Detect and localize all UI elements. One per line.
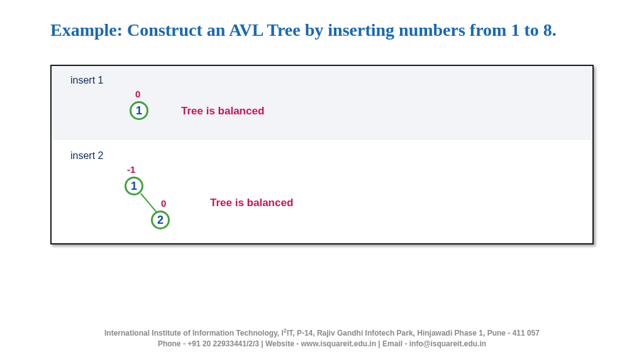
step-insert-2: insert 2 -1 1 0 2 Tree is balanced (52, 140, 592, 243)
footer-text: International Institute of Information T… (104, 329, 284, 337)
status-text: Tree is balanced (210, 197, 293, 209)
footer-line-2: Phone - +91 20 22933441/2/3 | Website - … (0, 339, 644, 349)
balance-factor: 0 (161, 198, 166, 209)
example-panel: insert 1 0 1 Tree is balanced insert 2 -… (50, 65, 594, 244)
node-value: 2 (157, 214, 164, 227)
footer: International Institute of Information T… (0, 327, 644, 349)
status-text: Tree is balanced (181, 105, 264, 118)
node-value: 1 (131, 180, 137, 193)
balance-factor: 0 (135, 89, 140, 99)
tree-node: 2 (151, 211, 170, 229)
footer-line-1: International Institute of Information T… (0, 327, 644, 339)
node-value: 1 (136, 104, 142, 118)
step-insert-1: insert 1 0 1 Tree is balanced (52, 66, 592, 140)
step-label: insert 1 (70, 75, 103, 86)
step-label: insert 2 (70, 150, 103, 162)
tree-edge (140, 193, 157, 212)
tree-node: 1 (130, 101, 148, 120)
balance-factor: -1 (127, 164, 135, 175)
page-title: Example: Construct an AVL Tree by insert… (0, 0, 644, 47)
footer-text: IT, P-14, Rajiv Gandhi Infotech Park, Hi… (287, 329, 540, 337)
tree-node: 1 (125, 177, 143, 195)
